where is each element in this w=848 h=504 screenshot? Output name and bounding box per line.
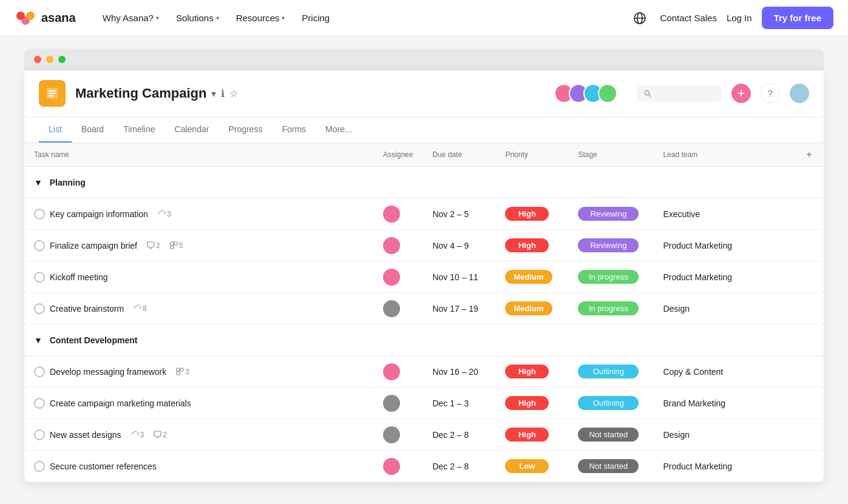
subtask-count: 5: [170, 241, 183, 250]
stage-badge: Outlining: [568, 388, 653, 419]
globe-icon[interactable]: [629, 7, 651, 29]
browser-chrome: [24, 49, 824, 70]
assignee-avatar: [383, 300, 400, 317]
task-check[interactable]: [34, 272, 45, 283]
svg-rect-16: [180, 368, 183, 371]
tab-board[interactable]: Board: [72, 117, 114, 143]
try-for-free-button[interactable]: Try for free: [762, 7, 833, 29]
like-count: 3: [158, 210, 171, 218]
table-row: Finalize campaign brief 2 5 Nov 4 – 9 Hi…: [24, 230, 824, 261]
task-check[interactable]: [34, 209, 45, 220]
lead-team: Design: [653, 293, 795, 324]
star-icon[interactable]: ☆: [229, 88, 238, 99]
tab-more[interactable]: More...: [316, 117, 362, 143]
nav-link-resources[interactable]: Resources ▾: [229, 8, 293, 28]
section-row: ▼ Content Development: [24, 324, 824, 356]
col-add[interactable]: +: [795, 143, 824, 167]
browser-dot-yellow: [46, 56, 53, 63]
table-row: Key campaign information 3 Nov 2 – 5 Hig…: [24, 198, 824, 230]
login-link[interactable]: Log In: [727, 13, 752, 23]
priority-badge: High: [495, 419, 568, 451]
due-date: Nov 2 – 5: [422, 198, 495, 230]
stage-badge: Reviewing: [568, 198, 653, 230]
task-check[interactable]: [34, 429, 45, 440]
lead-team: Executive: [653, 198, 795, 230]
due-date: Dec 2 – 8: [422, 451, 495, 482]
user-avatar[interactable]: [790, 84, 809, 103]
svg-rect-14: [171, 246, 174, 249]
priority-badge: Medium: [495, 293, 568, 324]
chevron-down-icon[interactable]: ▾: [211, 88, 216, 99]
tab-list[interactable]: List: [39, 117, 72, 143]
nav-link-why-asana[interactable]: Why Asana? ▾: [95, 8, 166, 28]
col-assignee: Assignee: [373, 143, 422, 167]
task-check[interactable]: [34, 461, 45, 472]
assignee-avatar: [383, 458, 400, 475]
stage-badge: Not started: [568, 419, 653, 451]
col-lead-team: Lead team: [653, 143, 795, 167]
logo-text: asana: [41, 11, 76, 25]
section-row: ▼ Planning: [24, 167, 824, 198]
task-check[interactable]: [34, 240, 45, 251]
logo[interactable]: asana: [15, 7, 76, 29]
task-check[interactable]: [34, 366, 45, 377]
tab-progress[interactable]: Progress: [219, 117, 272, 143]
col-priority: Priority: [495, 143, 568, 167]
task-name: Create campaign marketing materials: [50, 398, 191, 408]
lead-team: Product Marketing: [653, 230, 795, 261]
assignee-avatar: [383, 206, 400, 223]
assignee-avatar: [383, 237, 400, 254]
table-row: Creative brainstorm 8 Nov 17 – 19 Medium…: [24, 293, 824, 324]
priority-badge: Low: [495, 451, 568, 482]
due-date: Nov 4 – 9: [422, 230, 495, 261]
app-window: Marketing Campaign ▾ ℹ ☆ + ?: [24, 70, 824, 482]
col-stage: Stage: [568, 143, 653, 167]
due-date: Nov 17 – 19: [422, 293, 495, 324]
stage-badge: Reviewing: [568, 230, 653, 261]
contact-sales-link[interactable]: Contact Sales: [660, 13, 717, 23]
priority-badge: High: [495, 198, 568, 230]
nav-links: Why Asana? ▾ Solutions ▾ Resources ▾ Pri…: [95, 8, 629, 28]
nav-link-solutions[interactable]: Solutions ▾: [169, 8, 226, 28]
search-bar[interactable]: [637, 85, 722, 102]
task-name: Key campaign information: [50, 209, 148, 219]
stage-badge: Outlining: [568, 356, 653, 388]
asana-logo-icon: [15, 7, 36, 29]
chevron-down-icon: ▾: [282, 15, 285, 21]
table-row: New asset designs 3 2 Dec 2 – 8 High Not…: [24, 419, 824, 451]
app-header: Marketing Campaign ▾ ℹ ☆ + ?: [24, 70, 824, 117]
tab-timeline[interactable]: Timeline: [114, 117, 165, 143]
info-icon[interactable]: ℹ: [221, 88, 225, 99]
help-button[interactable]: ?: [761, 84, 780, 103]
priority-badge: Medium: [495, 261, 568, 293]
chevron-down-icon: ▾: [156, 15, 159, 21]
table-row: Develop messaging framework 3 Nov 16 – 2…: [24, 356, 824, 388]
svg-point-1: [16, 12, 25, 20]
browser-dot-red: [34, 56, 41, 63]
task-table-wrap: Task name Assignee Due date Priority Sta…: [24, 143, 824, 482]
task-check[interactable]: [34, 398, 45, 409]
priority-badge: High: [495, 230, 568, 261]
project-icon: [39, 80, 66, 107]
lead-team: Copy & Content: [653, 356, 795, 388]
section-chevron-icon[interactable]: ▼: [34, 178, 42, 187]
due-date: Dec 1 – 3: [422, 388, 495, 419]
col-due-date: Due date: [422, 143, 495, 167]
nav-right: Contact Sales Log In Try for free: [629, 7, 833, 29]
task-check[interactable]: [34, 303, 45, 314]
comment-count: 2: [154, 431, 167, 439]
nav-link-pricing[interactable]: Pricing: [294, 8, 337, 28]
subtask-count: 3: [176, 368, 189, 376]
chevron-down-icon: ▾: [216, 15, 219, 21]
task-name: Secure customer references: [50, 462, 157, 471]
tab-calendar[interactable]: Calendar: [165, 117, 219, 143]
add-button[interactable]: +: [731, 84, 751, 103]
assignee-avatar: [383, 269, 400, 286]
tab-forms[interactable]: Forms: [272, 117, 316, 143]
svg-line-11: [649, 95, 651, 96]
task-name: Finalize campaign brief: [50, 241, 137, 250]
due-date: Nov 16 – 20: [422, 356, 495, 388]
search-input[interactable]: [656, 89, 714, 98]
section-chevron-icon[interactable]: ▼: [34, 335, 42, 345]
avatar: [598, 84, 617, 103]
